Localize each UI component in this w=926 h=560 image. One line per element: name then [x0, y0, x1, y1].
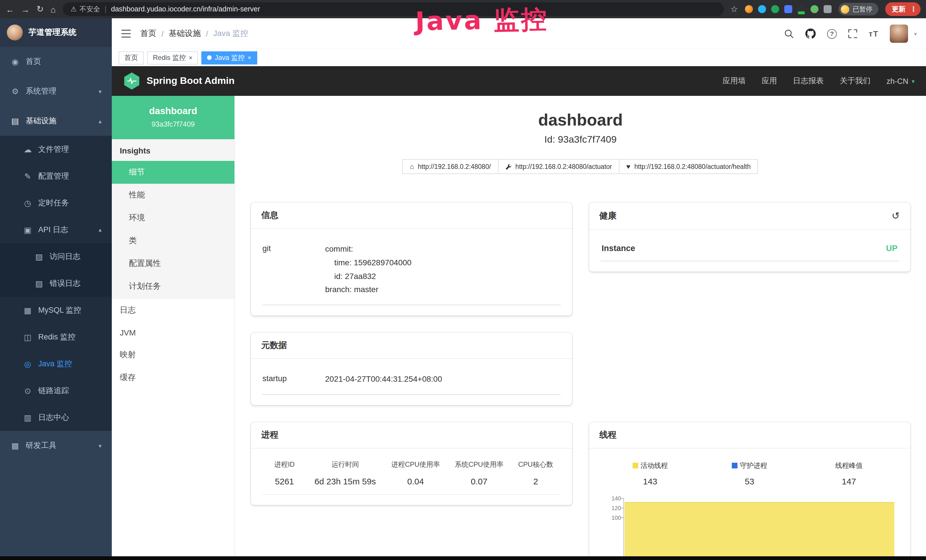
- side-item-logs[interactable]: 日志: [112, 299, 235, 322]
- user-avatar[interactable]: [890, 24, 908, 43]
- link-url: http://192.168.0.2:48080/: [418, 163, 491, 170]
- profile-paused-chip[interactable]: 已暂停: [838, 3, 878, 15]
- sba-nav-about[interactable]: 关于我们: [840, 76, 870, 86]
- github-icon[interactable]: [805, 29, 816, 39]
- chevron-up-icon: ▴: [99, 227, 101, 233]
- extension-icon[interactable]: [811, 5, 819, 13]
- sba-brand-label: Spring Boot Admin: [147, 75, 235, 87]
- sba-nav-wallboard[interactable]: 应用墙: [722, 76, 746, 86]
- insights-section: Insights 细节 性能 环境 类 配置属性 计划任务: [112, 139, 235, 299]
- tag-home[interactable]: 首页: [119, 51, 144, 64]
- history-icon[interactable]: ↺: [892, 210, 900, 222]
- fullscreen-icon[interactable]: [848, 29, 857, 38]
- extension-icon[interactable]: [771, 5, 779, 13]
- card-header: 信息: [251, 203, 572, 229]
- bookmark-star-icon[interactable]: ☆: [730, 4, 738, 14]
- sidebar-item-devtools[interactable]: ▩ 研发工具 ▾: [0, 431, 112, 460]
- sba-navbar: Spring Boot Admin 应用墙 应用 日志报表 关于我们 zh-CN…: [112, 66, 926, 96]
- sba-language-label: zh-CN: [887, 77, 908, 85]
- sidebar-item-access-log[interactable]: ▨ 访问日志: [0, 243, 112, 270]
- sba-nav-applications[interactable]: 应用: [761, 76, 777, 86]
- tag-java-monitor[interactable]: Java 监控 ×: [202, 51, 257, 64]
- font-size-icon[interactable]: тT: [869, 29, 879, 38]
- search-icon[interactable]: [784, 29, 794, 38]
- hamburger-icon[interactable]: [121, 30, 131, 38]
- avatar-caret-icon[interactable]: ▾: [914, 30, 917, 37]
- sidebar-menu: ◉ 首页 ⚙ 系统管理 ▾ ▤ 基础设施 ▴ ☁ 文件管理 ✎ 配置管: [0, 47, 112, 460]
- cpu-cores-value: 2: [511, 477, 560, 486]
- help-icon[interactable]: ?: [827, 29, 837, 38]
- side-item-caches[interactable]: 缓存: [112, 366, 235, 389]
- side-item-mappings[interactable]: 映射: [112, 344, 235, 366]
- address-bar[interactable]: ⚠ 不安全 | dashboard.yudao.iocoder.cn/infra…: [62, 2, 723, 16]
- sidebar-item-system[interactable]: ⚙ 系统管理 ▾: [0, 76, 112, 106]
- side-item-classes[interactable]: 类: [112, 229, 235, 252]
- sidebar-item-error-log[interactable]: ▧ 错误日志: [0, 270, 112, 297]
- sidebar-item-infra[interactable]: ▤ 基础设施 ▴: [0, 106, 112, 136]
- extensions-puzzle-icon[interactable]: [824, 5, 832, 13]
- sidebar-item-log-center[interactable]: ▥ 日志中心: [0, 404, 112, 431]
- breadcrumb: 首页 / 基础设施 / Java 监控: [140, 29, 248, 39]
- sidebar-item-redis[interactable]: ◫ Redis 监控: [0, 324, 112, 350]
- sidebar-item-files[interactable]: ☁ 文件管理: [0, 136, 112, 163]
- sba-nav-links: 应用墙 应用 日志报表 关于我们 zh-CN ▾: [722, 76, 915, 86]
- sidebar-item-mysql[interactable]: ▦ MySQL 监控: [0, 297, 112, 324]
- instance-id-subtitle: Id: 93a3fc7f7409: [251, 134, 910, 145]
- app-sidebar: 芋道管理系统 ◉ 首页 ⚙ 系统管理 ▾ ▤ 基础设施 ▴ ☁ 文件管理: [0, 18, 112, 560]
- cloud-icon: ☁: [23, 145, 33, 154]
- sidebar-item-java-monitor[interactable]: ◎ Java 监控: [0, 350, 112, 377]
- process-table: 进程ID 运行时间 进程CPU使用率 系统CPU使用率 CPU核心数 5261 …: [262, 458, 561, 495]
- side-item-details[interactable]: 细节: [112, 161, 235, 184]
- sidebar-item-jobs[interactable]: ◷ 定时任务: [0, 189, 112, 216]
- home-icon[interactable]: ⌂: [50, 4, 56, 14]
- sidebar-item-config[interactable]: ✎ 配置管理: [0, 163, 112, 189]
- sba-language-select[interactable]: zh-CN ▾: [887, 77, 915, 85]
- sidebar-item-label: MySQL 监控: [38, 305, 81, 315]
- sidebar-item-label: API 日志: [38, 224, 68, 235]
- side-item-jvm[interactable]: JVM: [112, 322, 235, 344]
- update-label: 更新: [892, 4, 905, 14]
- clock-icon: ◷: [23, 198, 33, 207]
- side-item-scheduled-tasks[interactable]: 计划任务: [112, 275, 235, 298]
- system-cpu-value: 0.07: [448, 477, 511, 486]
- page-title: dashboard: [251, 111, 910, 130]
- redis-icon: ◫: [23, 332, 33, 342]
- extension-icon[interactable]: [784, 5, 792, 13]
- tag-close-icon[interactable]: ×: [189, 54, 192, 61]
- card-title: 线程: [599, 430, 617, 440]
- sidebar-item-home[interactable]: ◉ 首页: [0, 47, 112, 76]
- annotation-text: Java 监控: [415, 2, 549, 39]
- instance-main: dashboard Id: 93a3fc7f7409 ⌂ http://192.…: [235, 96, 926, 560]
- tag-redis[interactable]: Redis 监控 ×: [147, 51, 198, 64]
- chevron-down-icon: ▾: [99, 88, 101, 94]
- process-id-value: 5261: [262, 477, 307, 486]
- metadata-row-startup: startup 2021-04-27T00:44:31.254+08:00: [262, 368, 561, 395]
- breadcrumb-infra[interactable]: 基础设施: [169, 29, 201, 39]
- back-icon[interactable]: ←: [6, 4, 14, 14]
- sidebar-item-tracing[interactable]: ⊙ 链路追踪: [0, 377, 112, 404]
- browser-menu-icon[interactable]: ⋮: [910, 5, 917, 13]
- forward-icon[interactable]: →: [21, 4, 30, 14]
- extension-icon[interactable]: [745, 5, 753, 13]
- health-url-link[interactable]: ♥ http://192.168.0.2:48080/actuator/heal…: [619, 159, 758, 174]
- reload-icon[interactable]: ↻: [36, 4, 44, 14]
- breadcrumb-home[interactable]: 首页: [140, 29, 156, 39]
- instance-header[interactable]: dashboard 93a3fc7f7409: [112, 96, 235, 139]
- live-threads-area: [625, 502, 894, 560]
- service-url-link[interactable]: ⌂ http://192.168.0.2:48080/: [402, 159, 498, 174]
- tag-close-icon[interactable]: ×: [248, 54, 251, 61]
- actuator-url-link[interactable]: http://192.168.0.2:48080/actuator: [498, 159, 619, 174]
- side-item-metrics[interactable]: 性能: [112, 184, 235, 207]
- app-logo[interactable]: 芋道管理系统: [0, 18, 112, 47]
- chevron-down-icon: ▾: [99, 442, 101, 449]
- side-item-config-props[interactable]: 配置属性: [112, 252, 235, 275]
- sidebar-item-api-logs[interactable]: ▣ API 日志 ▴: [0, 216, 112, 243]
- sba-brand[interactable]: Spring Boot Admin: [123, 73, 235, 89]
- side-item-environment[interactable]: 环境: [112, 207, 235, 229]
- infra-submenu: ☁ 文件管理 ✎ 配置管理 ◷ 定时任务 ▣ API 日志 ▴ ▨: [0, 136, 112, 431]
- sba-nav-journal[interactable]: 日志报表: [793, 76, 824, 86]
- chrome-update-button[interactable]: 更新 ⋮: [885, 2, 920, 16]
- health-card: 健康 ↺ Instance UP: [589, 203, 910, 272]
- extension-icon[interactable]: [797, 5, 805, 13]
- extension-icon[interactable]: [758, 5, 766, 13]
